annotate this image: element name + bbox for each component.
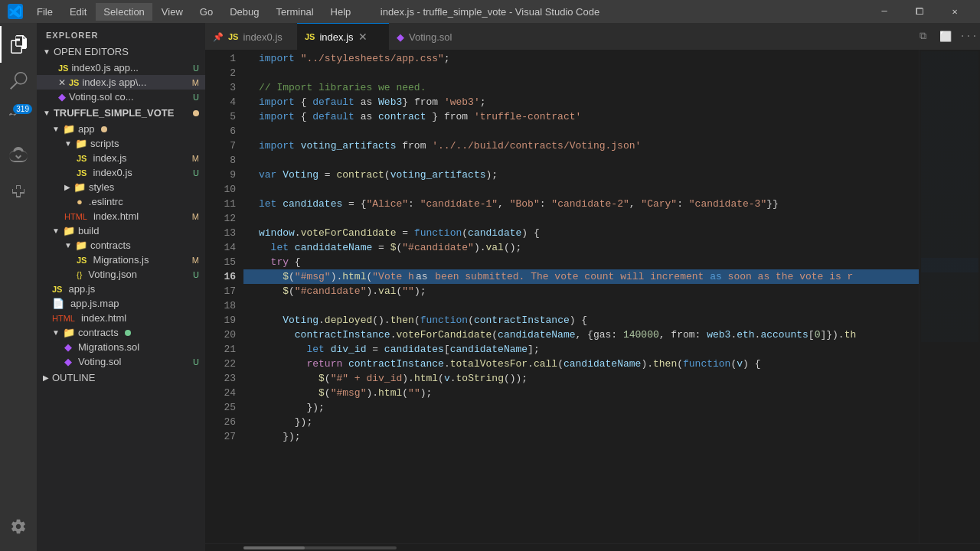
git-badge: 319 [13, 104, 32, 114]
split-editor-icon[interactable]: ⧉ [911, 23, 934, 50]
titlebar: File Edit Selection View Go Debug Termin… [0, 0, 980, 23]
line-10 [243, 182, 919, 197]
file-eslintrc-label: .eslintrc [89, 196, 123, 207]
activity-bar: 319 [0, 23, 37, 551]
chevron-build-icon: ▼ [52, 227, 60, 235]
extensions-activity-icon[interactable] [0, 173, 37, 210]
search-activity-icon[interactable] [0, 63, 37, 99]
file-index0js-sidebar[interactable]: JS index0.js U [37, 165, 205, 180]
file-indexjs-label: index.js [93, 152, 126, 164]
maximize-button[interactable]: ⧠ [902, 0, 937, 23]
menu-file[interactable]: File [29, 3, 60, 21]
line-7: import voting_artifacts from '../../buil… [243, 139, 919, 153]
sidebar: Explorer ▼ OPEN EDITORS JS index0.js app… [37, 23, 205, 551]
line-1: import "../stylesheets/app.css"; [243, 51, 919, 66]
settings-activity-icon[interactable] [0, 508, 37, 545]
file-indexhtml[interactable]: HTML index.html M [37, 209, 205, 223]
file-indexhtml-label: index.html [93, 210, 139, 222]
git-activity-icon[interactable]: 319 [0, 99, 37, 136]
explorer-activity-icon[interactable] [0, 26, 37, 63]
vscode-logo [8, 4, 23, 19]
html-icon2: HTML [52, 314, 75, 323]
open-editor-index0-badge: U [193, 64, 199, 73]
file-appjsmap-label: app.js.map [70, 298, 119, 309]
file-index0js-badge: U [193, 168, 199, 178]
open-editors-header[interactable]: ▼ OPEN EDITORS [37, 43, 205, 60]
menu-view[interactable]: View [154, 3, 191, 21]
line-2 [243, 66, 919, 80]
open-editor-indexjs[interactable]: ✕ JS index.js app\... M [37, 75, 205, 90]
window-title: index.js - truffle_simple_vote - Visual … [381, 6, 599, 18]
folder-icon: 📁 [63, 123, 75, 135]
js-icon: JS [77, 154, 87, 163]
line-21: let div_id = candidates[candidateName]; [243, 342, 919, 357]
tab-index0js[interactable]: 📌 JS index0.js [205, 23, 297, 50]
file-migrationsjs[interactable]: JS Migrations.js M [37, 253, 205, 267]
file-indexjs-sidebar[interactable]: JS index.js M [37, 151, 205, 165]
line-20: contractInstance.voteForCandidate(candid… [243, 328, 919, 342]
line-23: $("#" + div_id).html(v.toString()); [243, 371, 919, 386]
titlebar-left: File Edit Selection View Go Debug Termin… [8, 3, 358, 21]
folder-build[interactable]: ▼ 📁 build [37, 223, 205, 238]
folder-styles[interactable]: ▶ 📁 styles [37, 180, 205, 194]
folder-build-icon: 📁 [63, 225, 75, 236]
folder-contracts-icon: 📁 [75, 240, 87, 251]
folder-scripts-label: scripts [90, 138, 119, 149]
line-27: }); [243, 429, 919, 444]
menu-help[interactable]: Help [323, 3, 359, 21]
outline-header[interactable]: ▶ OUTLINE [37, 369, 205, 386]
open-editor-votingsol[interactable]: ◆ Voting.sol co... U [37, 90, 205, 104]
line-16: $("#msg").html("Vote has been submitted.… [243, 269, 919, 284]
folder-app[interactable]: ▼ 📁 app [37, 122, 205, 136]
file-votingjson-badge: U [193, 270, 199, 279]
close-button[interactable]: ✕ [937, 0, 972, 23]
folder-scripts[interactable]: ▼ 📁 scripts [37, 136, 205, 151]
menu-selection[interactable]: Selection [96, 3, 152, 21]
menu-terminal[interactable]: Terminal [268, 3, 321, 21]
minimize-button[interactable]: ─ [867, 0, 902, 23]
folder-contracts-label: contracts [90, 240, 131, 251]
file-votingsol[interactable]: ◆ Voting.sol U [37, 354, 205, 369]
tab-indexjs-label: index.js [319, 31, 353, 43]
menu-debug[interactable]: Debug [222, 3, 266, 21]
file-eslintrc[interactable]: ● .eslintrc [37, 194, 205, 209]
titlebar-menu: File Edit Selection View Go Debug Termin… [29, 3, 358, 21]
js-icon4: JS [52, 285, 62, 294]
file-appjs[interactable]: JS app.js [37, 282, 205, 296]
line-12 [243, 211, 919, 226]
sol-icon3: ◆ [64, 356, 72, 367]
window-controls: ─ ⧠ ✕ [867, 0, 972, 23]
open-editor-index0[interactable]: JS index0.js app... U [37, 60, 205, 75]
more-actions-icon[interactable]: ··· [957, 23, 980, 50]
folder-contracts-root[interactable]: ▼ 📁 contracts [37, 325, 205, 340]
menu-go[interactable]: Go [192, 3, 220, 21]
open-editor-votingsol-badge: U [193, 93, 199, 102]
menu-edit[interactable]: Edit [62, 3, 94, 21]
tab-indexjs-close[interactable]: ✕ [358, 31, 368, 43]
code-editor[interactable]: import "../stylesheets/app.css"; // Impo… [243, 50, 919, 543]
file-appjsmap[interactable]: 📄 app.js.map [37, 296, 205, 311]
toggle-layout-icon[interactable]: ⬜ [934, 23, 957, 50]
project-header[interactable]: ▼ TRUFFLE_SIMPLE_VOTE [37, 104, 205, 122]
file-migrationssol[interactable]: ◆ Migrations.sol [37, 340, 205, 354]
horizontal-scrollbar[interactable] [205, 543, 980, 551]
folder-dot [101, 126, 107, 132]
chevron-right-icon: ▼ [64, 139, 72, 148]
chevron-contracts-icon: ▼ [64, 241, 72, 249]
close-icon[interactable]: ✕ [58, 77, 66, 88]
file-indexhtml2[interactable]: HTML index.html [37, 311, 205, 325]
folder-styles-label: styles [89, 181, 114, 193]
outline-section: ▶ OUTLINE [37, 369, 205, 386]
line-8 [243, 153, 919, 168]
minimap [919, 50, 980, 543]
tab-votingsol[interactable]: ◆ Voting.sol [389, 23, 481, 50]
file-votingjson[interactable]: {} Voting.json U [37, 267, 205, 282]
debug-activity-icon[interactable] [0, 136, 37, 173]
chevron-right-icon2: ▶ [64, 183, 70, 191]
line-5: import { default as contract } from 'tru… [243, 109, 919, 124]
line-15: try { [243, 255, 919, 269]
tab-indexjs[interactable]: JS index.js ✕ [297, 23, 389, 50]
folder-contracts2-label: contracts [78, 327, 119, 338]
folder-contracts-build[interactable]: ▼ 📁 contracts [37, 238, 205, 253]
file-index0js-label: index0.js [93, 167, 132, 178]
